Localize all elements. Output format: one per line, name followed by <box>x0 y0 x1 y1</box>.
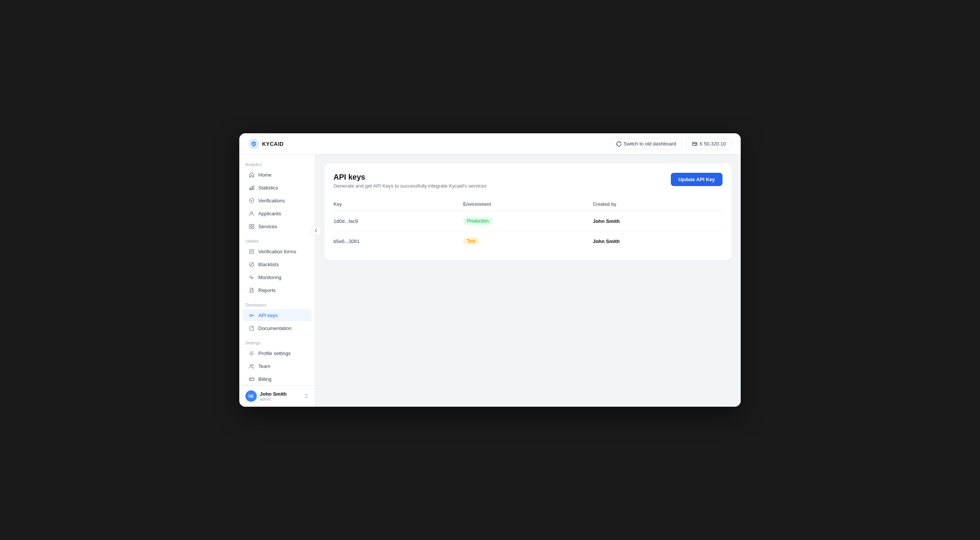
team-icon <box>248 363 255 369</box>
col-header-environment: Environment <box>463 202 593 207</box>
sidebar-item-verifications[interactable]: Verifications <box>242 194 312 206</box>
table-row: 1d0d...fac9 Production John Smith <box>334 211 722 231</box>
svg-point-15 <box>250 365 251 366</box>
sidebar-footer: SE John Smith admin <box>239 386 315 406</box>
app-window: KYCAID Switch to old dashboard € 50,320. <box>239 133 741 407</box>
svg-rect-5 <box>253 186 254 190</box>
avatar: SE <box>245 391 257 402</box>
sidebar-item-services[interactable]: Services <box>242 220 312 232</box>
balance-badge: € 50,320.10 <box>686 138 732 149</box>
file-text-icon <box>248 287 255 293</box>
svg-rect-18 <box>250 380 251 380</box>
svg-rect-3 <box>249 188 250 190</box>
applicants-icon <box>248 210 255 216</box>
api-key-value-1: 1d0d...fac9 <box>334 218 463 224</box>
list-icon <box>248 248 255 254</box>
sidebar-label-blacklists: Blacklists <box>258 262 279 267</box>
svg-point-13 <box>250 314 252 316</box>
svg-rect-9 <box>249 227 251 229</box>
user-row[interactable]: SE John Smith admin <box>245 391 302 402</box>
sidebar-item-profile-settings[interactable]: Profile settings <box>242 347 312 359</box>
layout: Analytics Home Statistics <box>239 154 741 407</box>
update-api-key-button[interactable]: Update API Key <box>671 173 722 186</box>
brand-name: KYCAID <box>262 141 284 147</box>
balance-amount: € 50,320.10 <box>700 141 726 146</box>
header: KYCAID Switch to old dashboard € 50,320. <box>239 133 741 154</box>
sidebar: Analytics Home Statistics <box>239 154 315 407</box>
switch-dashboard-button[interactable]: Switch to old dashboard <box>611 138 682 149</box>
sidebar-item-verification-forms[interactable]: Verification forms <box>242 245 312 257</box>
svg-point-2 <box>695 144 696 145</box>
shield-icon <box>248 197 255 203</box>
sidebar-item-statistics[interactable]: Statistics <box>242 181 312 194</box>
sidebar-item-team[interactable]: Team <box>242 360 312 372</box>
svg-point-14 <box>251 353 252 354</box>
sidebar-label-reports: Reports <box>258 287 276 293</box>
sidebar-item-documentation[interactable]: Documentation <box>242 322 312 334</box>
switch-label: Switch to old dashboard <box>624 141 676 146</box>
sidebar-label-statistics: Statistics <box>258 185 278 191</box>
svg-rect-17 <box>249 378 254 381</box>
page-title: API keys <box>334 173 487 181</box>
sidebar-label-documentation: Documentation <box>258 326 291 331</box>
sidebar-item-home[interactable]: Home <box>242 168 312 181</box>
sidebar-label-services: Services <box>258 224 277 229</box>
credit-card-icon <box>248 376 255 382</box>
user-info: John Smith admin <box>260 391 287 402</box>
sidebar-label-team: Team <box>258 364 270 369</box>
sidebar-label-home: Home <box>258 172 272 178</box>
sidebar-label-verification-forms: Verification forms <box>258 249 296 254</box>
sidebar-label-verifications: Verifications <box>258 198 285 203</box>
table-row: b5e6...3081 Test John Smith <box>334 231 722 251</box>
header-right: Switch to old dashboard € 50,320.10 <box>611 138 732 149</box>
svg-point-16 <box>252 365 253 366</box>
svg-rect-1 <box>692 142 697 145</box>
table-header: Key Environment Created by <box>334 198 722 211</box>
sidebar-item-billing[interactable]: Billing <box>242 373 312 385</box>
sidebar-item-blacklists[interactable]: Blacklists <box>242 258 312 270</box>
header-left: KYCAID <box>248 138 284 149</box>
doc-icon <box>248 325 255 331</box>
expand-user-button[interactable] <box>304 394 309 399</box>
settings-icon <box>248 350 255 356</box>
svg-rect-4 <box>251 187 252 190</box>
created-by-2: John Smith <box>593 238 722 244</box>
sidebar-collapse-button[interactable] <box>312 226 321 235</box>
section-label-utilities: Utilities <box>239 236 315 245</box>
sidebar-item-api-keys[interactable]: API keys <box>242 309 312 321</box>
api-card-header: API keys Generate and get API Keys to su… <box>334 173 722 189</box>
key-icon <box>248 312 255 318</box>
sidebar-label-api-keys: API keys <box>258 313 278 318</box>
bar-chart-icon <box>248 184 255 191</box>
env-badge-production: Production <box>463 217 593 225</box>
sidebar-label-applicants: Applicants <box>258 211 281 216</box>
api-keys-table: Key Environment Created by 1d0d...fac9 P… <box>334 198 722 251</box>
section-label-settings: Settings <box>239 338 315 347</box>
chevron-left-icon <box>314 228 318 233</box>
wallet-icon <box>692 141 697 146</box>
created-by-1: John Smith <box>593 218 722 224</box>
user-name: John Smith <box>260 391 287 397</box>
page-subtitle: Generate and get API Keys to successfull… <box>334 183 487 189</box>
activity-icon <box>248 274 255 280</box>
sidebar-wrapper: Analytics Home Statistics <box>239 154 315 407</box>
refresh-icon <box>616 141 621 146</box>
sidebar-item-monitoring[interactable]: Monitoring <box>242 271 312 283</box>
sidebar-label-monitoring: Monitoring <box>258 275 282 280</box>
chevron-up-down-icon <box>304 394 309 399</box>
svg-rect-8 <box>252 224 254 226</box>
svg-rect-7 <box>249 224 251 226</box>
col-header-key: Key <box>334 202 463 207</box>
sidebar-item-reports[interactable]: Reports <box>242 284 312 296</box>
sidebar-label-profile-settings: Profile settings <box>258 351 291 356</box>
api-card-title-area: API keys Generate and get API Keys to su… <box>334 173 487 189</box>
env-badge-test: Test <box>463 237 593 245</box>
section-label-developers: Developers <box>239 300 315 309</box>
section-label-analytics: Analytics <box>239 159 315 168</box>
logo-icon <box>248 138 259 149</box>
sidebar-label-billing: Billing <box>258 376 272 382</box>
api-keys-card: API keys Generate and get API Keys to su… <box>325 164 732 260</box>
svg-point-6 <box>251 211 253 213</box>
main-content: API keys Generate and get API Keys to su… <box>315 154 741 407</box>
sidebar-item-applicants[interactable]: Applicants <box>242 207 312 219</box>
